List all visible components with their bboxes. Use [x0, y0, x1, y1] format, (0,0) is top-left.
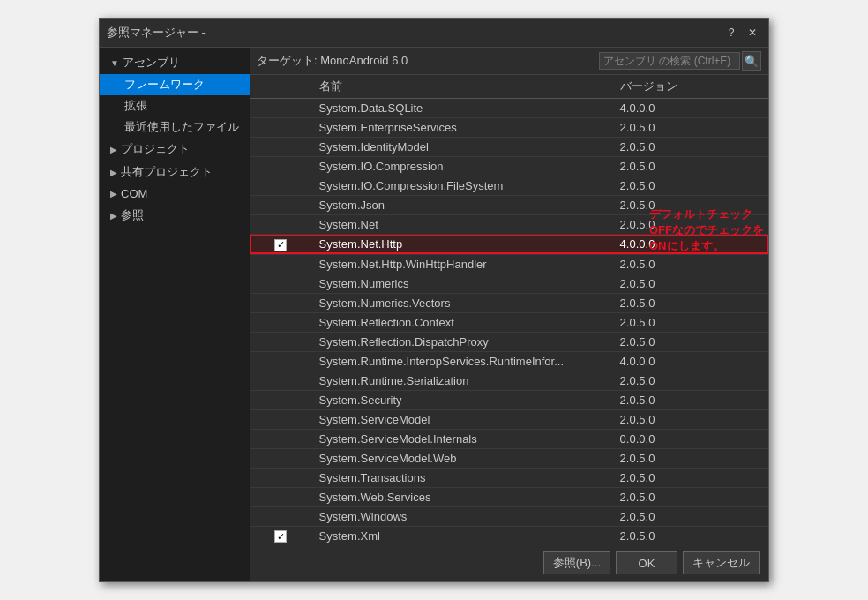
row-version: 2.0.5.0	[613, 332, 768, 351]
table-row[interactable]: System.Runtime.Serialization2.0.5.0	[250, 371, 768, 390]
row-name: System.Net.Http	[312, 235, 613, 255]
row-version: 2.0.5.0	[613, 468, 768, 487]
row-checkbox-cell[interactable]	[250, 448, 312, 468]
row-checkbox-cell[interactable]	[250, 254, 312, 274]
table-row[interactable]: System.Security2.0.5.0	[250, 390, 768, 409]
row-name: System.Security	[312, 390, 613, 409]
row-checkbox-cell[interactable]	[250, 468, 312, 487]
row-name: System.Numerics.Vectors	[312, 293, 613, 312]
table-row[interactable]: System.ServiceModel.Internals0.0.0.0	[250, 429, 768, 448]
table-row[interactable]: System.Reflection.DispatchProxy2.0.5.0	[250, 332, 768, 351]
reference-manager-dialog: 参照マネージャー - ? ✕ ▼ アセンブリ フレームワーク 拡張 最近使用した…	[99, 18, 769, 582]
assembly-arrow-icon: ▼	[110, 58, 119, 68]
table-row[interactable]: System.ServiceModel2.0.5.0	[250, 409, 768, 429]
row-version: 0.0.0.0	[613, 429, 768, 448]
row-name: System.Net.Http.WinHttpHandler	[312, 254, 613, 274]
row-name: System.ServiceModel	[312, 409, 613, 429]
com-arrow-icon: ▶	[110, 189, 117, 199]
table-row[interactable]: ✓System.Xml2.0.5.0	[250, 526, 768, 544]
row-name: System.Runtime.InteropServices.RuntimeIn…	[312, 351, 613, 371]
table-row[interactable]: System.Reflection.Context2.0.5.0	[250, 312, 768, 332]
sidebar-project-header[interactable]: ▶ プロジェクト	[100, 138, 250, 161]
row-checkbox-cell[interactable]	[250, 371, 312, 390]
row-name: System.EnterpriseServices	[312, 118, 613, 138]
row-checkbox-cell[interactable]	[250, 138, 312, 157]
row-checkbox-cell[interactable]	[250, 293, 312, 312]
row-checkbox-cell[interactable]	[250, 99, 312, 118]
row-checkbox-cell[interactable]	[250, 215, 312, 235]
help-button[interactable]: ?	[722, 24, 740, 41]
sidebar-assembly-header[interactable]: ▼ アセンブリ	[100, 51, 250, 74]
right-panel: ターゲット: MonoAndroid 6.0 🔍 名前 バージョン	[250, 48, 768, 581]
row-version: 2.0.5.0	[613, 138, 768, 157]
checkbox-checked-icon[interactable]: ✓	[274, 530, 287, 543]
col-name-header[interactable]: 名前	[312, 75, 613, 99]
row-checkbox-cell[interactable]	[250, 176, 312, 196]
row-name: System.Json	[312, 196, 613, 215]
search-icon: 🔍	[745, 55, 759, 68]
assembly-table: 名前 バージョン System.Data.SQLite4.0.0.0System…	[250, 75, 768, 544]
row-version: 2.0.5.0	[613, 371, 768, 390]
row-checkbox-cell[interactable]	[250, 506, 312, 526]
sidebar-reference-header[interactable]: ▶ 参照	[100, 204, 250, 227]
sidebar-item-framework[interactable]: フレームワーク	[100, 74, 250, 95]
sidebar-shared-project-header[interactable]: ▶ 共有プロジェクト	[100, 161, 250, 184]
project-label: プロジェクト	[121, 141, 190, 157]
row-version: 2.0.5.0	[613, 448, 768, 468]
row-checkbox-cell[interactable]	[250, 409, 312, 429]
col-version-header[interactable]: バージョン	[613, 75, 768, 99]
row-version: 2.0.5.0	[613, 526, 768, 544]
row-version: 2.0.5.0	[613, 506, 768, 526]
table-row[interactable]: System.Numerics2.0.5.0	[250, 274, 768, 293]
browse-button[interactable]: 参照(B)...	[543, 551, 610, 574]
table-row[interactable]: System.Data.SQLite4.0.0.0	[250, 99, 768, 118]
assembly-table-container[interactable]: 名前 バージョン System.Data.SQLite4.0.0.0System…	[250, 75, 768, 544]
row-checkbox-cell[interactable]	[250, 429, 312, 448]
row-name: System.IO.Compression.FileSystem	[312, 176, 613, 196]
row-checkbox-cell[interactable]	[250, 390, 312, 409]
row-checkbox-cell[interactable]: ✓	[250, 526, 312, 544]
table-row[interactable]: System.Windows2.0.5.0	[250, 506, 768, 526]
reference-arrow-icon: ▶	[110, 211, 117, 221]
row-checkbox-cell[interactable]	[250, 274, 312, 293]
table-row[interactable]: System.Web.Services2.0.5.0	[250, 487, 768, 506]
title-bar: 参照マネージャー - ? ✕	[100, 19, 768, 48]
table-row[interactable]: System.IdentityModel2.0.5.0	[250, 138, 768, 157]
assembly-label: アセンブリ	[123, 55, 180, 71]
search-box-wrap: 🔍	[599, 51, 761, 71]
table-row[interactable]: System.Transactions2.0.5.0	[250, 468, 768, 487]
row-name: System.Windows	[312, 506, 613, 526]
ok-button[interactable]: OK	[616, 551, 677, 574]
row-checkbox-cell[interactable]	[250, 351, 312, 371]
table-row[interactable]: System.Runtime.InteropServices.RuntimeIn…	[250, 351, 768, 371]
sidebar: ▼ アセンブリ フレームワーク 拡張 最近使用したファイル ▶ プロジェクト ▶…	[100, 48, 250, 581]
search-button[interactable]: 🔍	[742, 51, 761, 71]
table-row[interactable]: System.Numerics.Vectors2.0.5.0	[250, 293, 768, 312]
content-area: ▼ アセンブリ フレームワーク 拡張 最近使用したファイル ▶ プロジェクト ▶…	[100, 48, 768, 581]
table-row[interactable]: System.IO.Compression2.0.5.0	[250, 157, 768, 176]
row-checkbox-cell[interactable]	[250, 312, 312, 332]
row-version: 2.0.5.0	[613, 157, 768, 176]
sidebar-item-recent[interactable]: 最近使用したファイル	[100, 116, 250, 138]
row-checkbox-cell[interactable]	[250, 118, 312, 138]
row-checkbox-cell[interactable]: ✓	[250, 235, 312, 255]
checkbox-checked-icon[interactable]: ✓	[274, 239, 287, 251]
sidebar-item-extension[interactable]: 拡張	[100, 95, 250, 116]
table-row[interactable]: System.Net.Http.WinHttpHandler2.0.5.0	[250, 254, 768, 274]
row-version: 2.0.5.0	[613, 390, 768, 409]
cancel-button[interactable]: キャンセル	[683, 551, 760, 574]
sidebar-com-header[interactable]: ▶ COM	[100, 184, 250, 204]
row-name: System.Xml	[312, 526, 613, 544]
row-checkbox-cell[interactable]	[250, 157, 312, 176]
table-row[interactable]: System.EnterpriseServices2.0.5.0	[250, 118, 768, 138]
row-checkbox-cell[interactable]	[250, 196, 312, 215]
row-version: 2.0.5.0	[613, 176, 768, 196]
row-checkbox-cell[interactable]	[250, 487, 312, 506]
close-button[interactable]: ✕	[744, 24, 761, 41]
row-checkbox-cell[interactable]	[250, 332, 312, 351]
project-arrow-icon: ▶	[110, 145, 117, 154]
row-version: 2.0.5.0	[613, 254, 768, 274]
table-row[interactable]: System.IO.Compression.FileSystem2.0.5.0	[250, 176, 768, 196]
search-input[interactable]	[599, 52, 740, 70]
table-row[interactable]: System.ServiceModel.Web2.0.5.0	[250, 448, 768, 468]
